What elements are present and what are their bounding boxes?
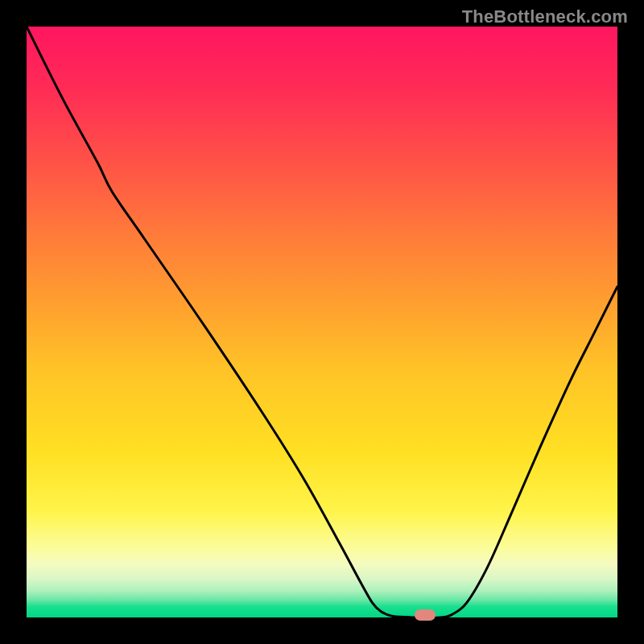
curve-svg	[27, 27, 617, 617]
bottleneck-curve	[27, 27, 617, 617]
chart-container: TheBottleneck.com	[0, 0, 644, 644]
plot-area	[27, 27, 617, 617]
watermark-text: TheBottleneck.com	[462, 6, 628, 27]
optimum-marker	[415, 609, 436, 621]
